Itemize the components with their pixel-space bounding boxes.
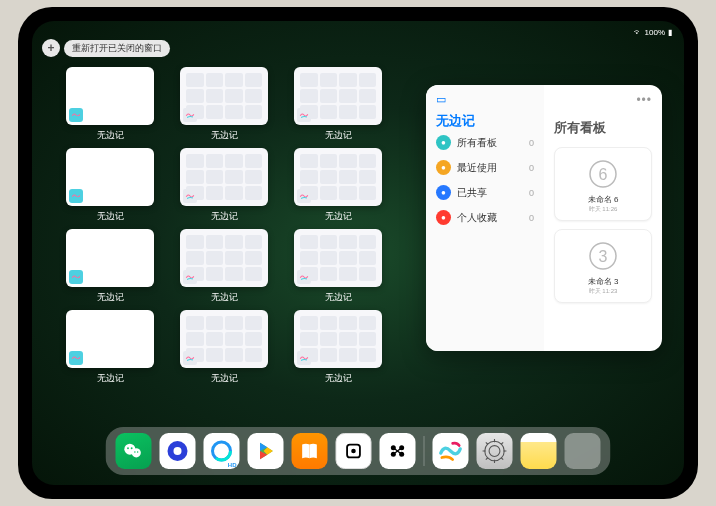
dock-books[interactable] <box>292 433 328 469</box>
list-item-icon: ● <box>436 185 451 200</box>
thumbnail-label: 无边记 <box>211 372 238 385</box>
thumbnail-label: 无边记 <box>325 372 352 385</box>
window-thumbnail[interactable]: 无边记 <box>66 67 154 142</box>
svg-point-7 <box>131 447 133 449</box>
wifi-icon: ᯤ <box>634 28 642 37</box>
list-item-count: 0 <box>529 188 534 198</box>
svg-point-8 <box>134 451 135 452</box>
board-date: 昨天 11:23 <box>589 287 618 296</box>
list-item-label: 已共享 <box>457 186 523 200</box>
freeform-app-icon <box>69 351 83 365</box>
board-date: 昨天 11:26 <box>589 205 618 214</box>
ipad-frame: ᯤ 100% ▮ + 重新打开已关闭的窗口 无边记无边记无边记无边记无边记无边记… <box>18 7 698 499</box>
freeform-app-icon <box>69 270 83 284</box>
board-card[interactable]: 3未命名 3昨天 11:23 <box>554 229 652 303</box>
thumbnail-label: 无边记 <box>211 291 238 304</box>
battery-icon: ▮ <box>668 28 672 37</box>
freeform-app-icon <box>183 270 197 284</box>
thumbnail-label: 无边记 <box>325 210 352 223</box>
freeform-app-icon <box>69 189 83 203</box>
freeform-app-icon <box>183 108 197 122</box>
dock-apps-folder[interactable] <box>565 433 601 469</box>
sidebar-list-item[interactable]: ●所有看板0 <box>436 130 534 155</box>
svg-point-15 <box>351 449 356 454</box>
list-item-label: 个人收藏 <box>457 211 523 225</box>
freeform-app-icon <box>297 351 311 365</box>
freeform-panel[interactable]: ▭ 无边记 ●所有看板0●最近使用0●已共享0●个人收藏0 ••• 所有看板 6… <box>426 85 662 351</box>
list-item-count: 0 <box>529 138 534 148</box>
window-thumbnail[interactable]: 无边记 <box>180 229 268 304</box>
window-thumbnail[interactable]: 无边记 <box>180 148 268 223</box>
list-item-icon: ● <box>436 160 451 175</box>
svg-point-6 <box>127 447 129 449</box>
thumbnail-label: 无边记 <box>325 291 352 304</box>
window-thumbnail[interactable]: 无边记 <box>294 148 382 223</box>
list-item-icon: ● <box>436 135 451 150</box>
panel-sidebar: ▭ 无边记 ●所有看板0●最近使用0●已共享0●个人收藏0 <box>426 85 544 351</box>
svg-text:3: 3 <box>599 248 608 265</box>
top-pill-bar: + 重新打开已关闭的窗口 <box>42 39 170 57</box>
window-thumbnail[interactable]: 无边记 <box>66 310 154 385</box>
thumbnail-label: 无边记 <box>211 210 238 223</box>
window-thumbnail[interactable]: 无边记 <box>294 67 382 142</box>
sidebar-list-item[interactable]: ●个人收藏0 <box>436 205 534 230</box>
sidebar-list-item[interactable]: ●已共享0 <box>436 180 534 205</box>
board-preview: 3 <box>578 236 628 276</box>
svg-point-11 <box>174 447 182 455</box>
board-name: 未命名 6 <box>588 194 619 205</box>
screen: ᯤ 100% ▮ + 重新打开已关闭的窗口 无边记无边记无边记无边记无边记无边记… <box>32 21 684 485</box>
thumbnail-label: 无边记 <box>97 372 124 385</box>
freeform-app-icon <box>297 189 311 203</box>
dock-notes[interactable] <box>521 433 557 469</box>
window-thumbnail[interactable]: 无边记 <box>180 67 268 142</box>
list-item-count: 0 <box>529 213 534 223</box>
board-card[interactable]: 6未命名 6昨天 11:26 <box>554 147 652 221</box>
window-thumbnail[interactable]: 无边记 <box>66 229 154 304</box>
svg-point-23 <box>489 446 500 457</box>
svg-line-29 <box>501 458 503 460</box>
list-item-label: 所有看板 <box>457 136 523 150</box>
list-item-label: 最近使用 <box>457 161 523 175</box>
thumbnail-label: 无边记 <box>211 129 238 142</box>
svg-line-28 <box>486 442 488 444</box>
dock-wechat[interactable] <box>116 433 152 469</box>
svg-point-9 <box>137 451 138 452</box>
window-thumbnail[interactable]: 无边记 <box>180 310 268 385</box>
board-name: 未命名 3 <box>588 276 619 287</box>
battery-text: 100% <box>645 28 665 37</box>
board-preview: 6 <box>578 154 628 194</box>
sidebar-list-item[interactable]: ●最近使用0 <box>436 155 534 180</box>
list-item-icon: ● <box>436 210 451 225</box>
dock-separator <box>424 436 425 466</box>
svg-text:6: 6 <box>599 166 608 183</box>
dock-qqbrowser[interactable]: HD <box>204 433 240 469</box>
dock-tiktok[interactable] <box>380 433 416 469</box>
dock-quark[interactable] <box>160 433 196 469</box>
dock-settings[interactable] <box>477 433 513 469</box>
svg-line-31 <box>501 442 503 444</box>
dock: HD <box>106 427 611 475</box>
status-bar: ᯤ 100% ▮ <box>32 25 684 39</box>
dock-dice[interactable] <box>336 433 372 469</box>
add-button[interactable]: + <box>42 39 60 57</box>
more-icon[interactable]: ••• <box>636 93 652 107</box>
thumbnail-label: 无边记 <box>97 291 124 304</box>
panel-left-title: 无边记 <box>436 112 534 130</box>
dock-play[interactable] <box>248 433 284 469</box>
freeform-app-icon <box>69 108 83 122</box>
svg-line-30 <box>486 458 488 460</box>
reopen-window-pill[interactable]: 重新打开已关闭的窗口 <box>64 40 170 57</box>
freeform-app-icon <box>297 108 311 122</box>
freeform-app-icon <box>183 351 197 365</box>
sidebar-icon[interactable]: ▭ <box>436 93 446 106</box>
panel-right-title: 所有看板 <box>554 119 652 137</box>
window-thumbnails-grid: 无边记无边记无边记无边记无边记无边记无边记无边记无边记无边记无边记无边记 <box>66 67 406 385</box>
thumbnail-label: 无边记 <box>97 129 124 142</box>
window-thumbnail[interactable]: 无边记 <box>66 148 154 223</box>
thumbnail-label: 无边记 <box>97 210 124 223</box>
freeform-app-icon <box>183 189 197 203</box>
dock-freeform[interactable] <box>433 433 469 469</box>
list-item-count: 0 <box>529 163 534 173</box>
window-thumbnail[interactable]: 无边记 <box>294 310 382 385</box>
window-thumbnail[interactable]: 无边记 <box>294 229 382 304</box>
